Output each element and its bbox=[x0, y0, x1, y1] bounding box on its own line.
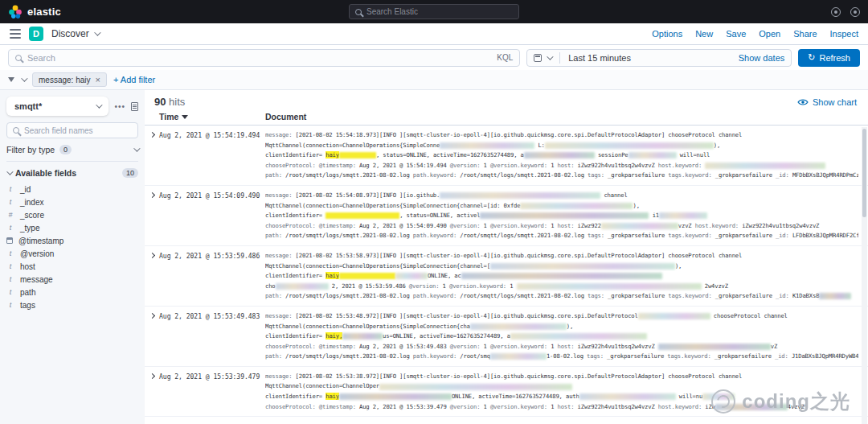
options-link[interactable]: Options bbox=[652, 29, 682, 39]
doc-field-value: clientIdentifier= bbox=[265, 212, 326, 219]
edit-index-icon[interactable] bbox=[131, 102, 138, 111]
deployment-icon[interactable] bbox=[831, 7, 841, 17]
query-language-toggle[interactable]: KQL bbox=[497, 53, 513, 62]
redacted-blur bbox=[579, 393, 676, 400]
field-item-host[interactable]: thost bbox=[6, 260, 138, 273]
field-item-message[interactable]: tmessage bbox=[6, 273, 138, 286]
elastic-logo-icon bbox=[8, 5, 23, 19]
doc-field-value: chooseProtocol channel bbox=[710, 312, 788, 319]
show-dates-link[interactable]: Show dates bbox=[739, 53, 784, 63]
row-timestamp: Aug 2, 2021 @ 15:53:39.479 bbox=[159, 372, 265, 412]
scrollbar-thumb[interactable] bbox=[862, 129, 866, 217]
inspect-link[interactable]: Inspect bbox=[830, 29, 858, 39]
doc-field-value: clientIdentifier= bbox=[265, 151, 326, 158]
index-pattern-selector[interactable]: smqtt* bbox=[6, 97, 108, 116]
redacted-blur bbox=[490, 353, 547, 360]
field-list: t_idt_index#_scoret_type@timestampt@vers… bbox=[6, 183, 138, 311]
doc-field-name: message: bbox=[265, 131, 292, 138]
doc-field-value: /root/smqtt/logs/smqtt.2021-08-02.log bbox=[457, 292, 588, 299]
expand-row-icon[interactable] bbox=[145, 191, 159, 241]
doc-field-name: message: bbox=[265, 191, 292, 199]
new-link[interactable]: New bbox=[695, 29, 713, 39]
global-search-input[interactable]: Search Elastic bbox=[349, 4, 519, 19]
doc-field-value: cho bbox=[265, 282, 276, 290]
doc-field-name: @version: bbox=[450, 222, 481, 229]
expand-row-icon[interactable] bbox=[145, 372, 159, 412]
field-name: @timestamp bbox=[18, 237, 63, 245]
filter-by-type-dropdown[interactable]: Filter by type 0 bbox=[6, 145, 138, 162]
doc-field-name: host.keyword: bbox=[658, 403, 702, 410]
table-row[interactable]: Aug 2, 2021 @ 15:54:09.490message: [2021… bbox=[145, 186, 868, 246]
alerts-icon[interactable] bbox=[850, 7, 860, 17]
doc-field-name: @version: bbox=[450, 403, 481, 410]
show-chart-link[interactable]: Show chart bbox=[797, 97, 857, 107]
doc-field-value: iZwz922h4vu1tbsq2w4vzvZ bbox=[574, 162, 657, 169]
field-item-@timestamp[interactable]: @timestamp bbox=[6, 234, 138, 247]
doc-field-value: will=null bbox=[677, 151, 710, 158]
refresh-button[interactable]: ↻ Refresh bbox=[798, 49, 860, 67]
doc-field-name: @version: bbox=[409, 282, 440, 290]
expand-row-icon[interactable] bbox=[145, 311, 159, 362]
fields-sidebar: smqtt* ••• Search field names Filter by … bbox=[0, 90, 145, 424]
doc-field-value: 1 bbox=[480, 403, 490, 410]
doc-field-value: Aug 2, 2021 @ 15:54:09.490 bbox=[356, 222, 450, 229]
time-column-header[interactable]: Time bbox=[159, 112, 265, 121]
table-row[interactable]: Aug 2, 2021 @ 15:54:19.494message: [2021… bbox=[145, 126, 868, 186]
refresh-label: Refresh bbox=[819, 53, 850, 63]
filter-pill[interactable]: message: haiy × bbox=[32, 72, 107, 87]
available-fields-header[interactable]: Available fields 10 bbox=[6, 168, 138, 178]
search-icon bbox=[13, 127, 19, 134]
field-item-tags[interactable]: ttags bbox=[6, 298, 138, 311]
chevron-down-icon[interactable] bbox=[21, 75, 27, 81]
ellipsis-icon[interactable]: ••• bbox=[114, 102, 125, 111]
query-input[interactable]: Search KQL bbox=[8, 49, 520, 67]
doc-field-name: message: bbox=[265, 252, 292, 259]
field-item-@version[interactable]: t@version bbox=[6, 247, 138, 260]
redacted-highlight bbox=[339, 152, 376, 158]
search-highlight: haiy bbox=[326, 151, 339, 158]
doc-field-value: ONLINE, activeTime=1627635274489, auth bbox=[452, 393, 579, 400]
doc-field-name: @version: bbox=[450, 162, 481, 169]
time-range-value[interactable]: Last 15 minutes bbox=[568, 53, 631, 63]
doc-field-value: 2w4vzvZ bbox=[702, 282, 728, 290]
date-picker[interactable]: Last 15 minutes Show dates bbox=[526, 49, 792, 67]
breadcrumb[interactable]: Discover bbox=[51, 28, 99, 39]
doc-field-name: path: bbox=[265, 292, 282, 299]
discover-app-icon[interactable]: D bbox=[29, 27, 43, 41]
save-link[interactable]: Save bbox=[726, 29, 746, 39]
table-row[interactable]: Aug 2, 2021 @ 15:53:49.483message: [2021… bbox=[145, 307, 868, 367]
redacted-blur bbox=[517, 283, 702, 290]
available-fields-label: Available fields bbox=[15, 168, 76, 178]
table-row[interactable]: Aug 2, 2021 @ 15:53:59.486message: [2021… bbox=[145, 246, 868, 307]
discover-main: 90 hits Show chart Time Document Aug 2, … bbox=[145, 90, 868, 424]
field-item-_score[interactable]: #_score bbox=[6, 208, 138, 221]
redacted-blur bbox=[440, 142, 534, 149]
field-type-icon: # bbox=[6, 211, 14, 219]
expand-row-icon[interactable] bbox=[145, 130, 159, 181]
field-item-_index[interactable]: t_index bbox=[6, 196, 138, 208]
doc-field-value: /root/smqtt/logs/smqtt.2021-08-02.log bbox=[457, 232, 588, 239]
scrollbar[interactable] bbox=[862, 127, 867, 424]
menu-icon[interactable] bbox=[10, 29, 21, 39]
row-timestamp: Aug 2, 2021 @ 15:53:59.486 bbox=[159, 251, 265, 302]
doc-field-value: Aug 2, 2021 @ 15:53:49.483 bbox=[356, 343, 450, 350]
doc-field-value: channel bbox=[600, 191, 627, 199]
doc-field-value: clientIdentifier= bbox=[265, 272, 326, 279]
field-item-_type[interactable]: t_type bbox=[6, 221, 138, 234]
elastic-logo[interactable]: elastic bbox=[8, 5, 61, 19]
expand-row-icon[interactable] bbox=[145, 251, 159, 302]
add-filter-link[interactable]: + Add filter bbox=[113, 75, 155, 84]
filter-by-type-count: 0 bbox=[59, 145, 72, 154]
doc-field-value: clientIdentifier= bbox=[265, 393, 326, 400]
doc-field-value: ), bbox=[675, 262, 682, 270]
field-item-path[interactable]: tpath bbox=[6, 286, 138, 298]
filter-icon[interactable] bbox=[8, 77, 14, 82]
close-icon[interactable]: × bbox=[95, 75, 100, 84]
open-link[interactable]: Open bbox=[759, 29, 780, 39]
table-row[interactable]: Aug 2, 2021 @ 15:53:39.479message: [2021… bbox=[145, 367, 868, 417]
field-name: _index bbox=[20, 198, 43, 207]
share-link[interactable]: Share bbox=[793, 29, 817, 39]
field-item-_id[interactable]: t_id bbox=[6, 183, 138, 196]
field-search-input[interactable]: Search field names bbox=[6, 122, 138, 138]
doc-field-value: 1 bbox=[506, 282, 517, 290]
